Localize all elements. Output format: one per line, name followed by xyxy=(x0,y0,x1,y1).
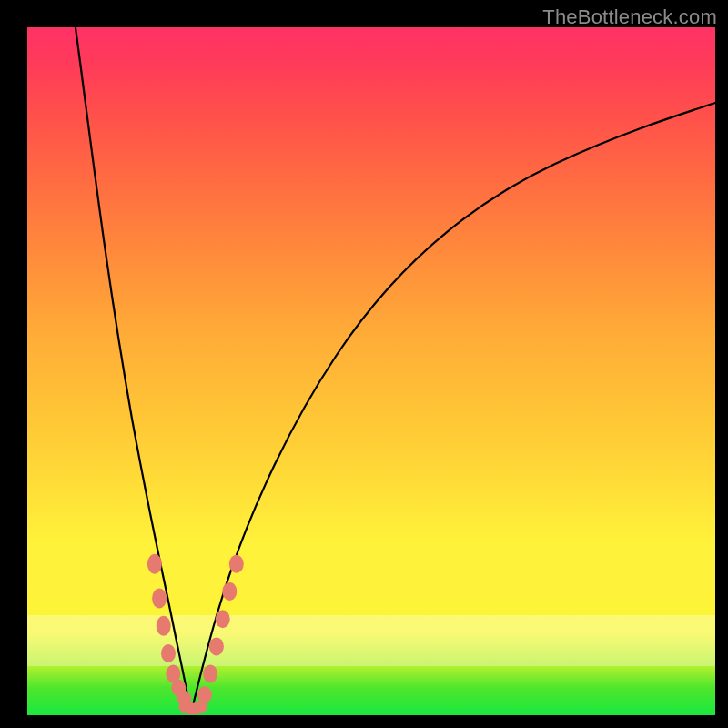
watermark-text: TheBottleneck.com xyxy=(542,5,717,29)
svg-point-15 xyxy=(222,582,237,601)
svg-point-2 xyxy=(157,616,171,636)
svg-point-14 xyxy=(216,610,230,628)
curve-right-branch xyxy=(192,103,715,709)
svg-point-0 xyxy=(147,554,162,574)
curve-layer xyxy=(27,27,715,715)
markers-right-cluster xyxy=(197,555,244,703)
svg-point-3 xyxy=(161,644,176,662)
markers-valley-cluster xyxy=(178,701,207,715)
svg-point-12 xyxy=(203,665,217,683)
svg-point-1 xyxy=(152,589,167,609)
svg-point-13 xyxy=(209,637,224,655)
curve-left-branch xyxy=(76,27,190,709)
svg-point-11 xyxy=(197,686,212,703)
svg-point-16 xyxy=(229,555,244,573)
plot-area xyxy=(27,27,715,715)
chart-frame: TheBottleneck.com xyxy=(0,0,728,728)
